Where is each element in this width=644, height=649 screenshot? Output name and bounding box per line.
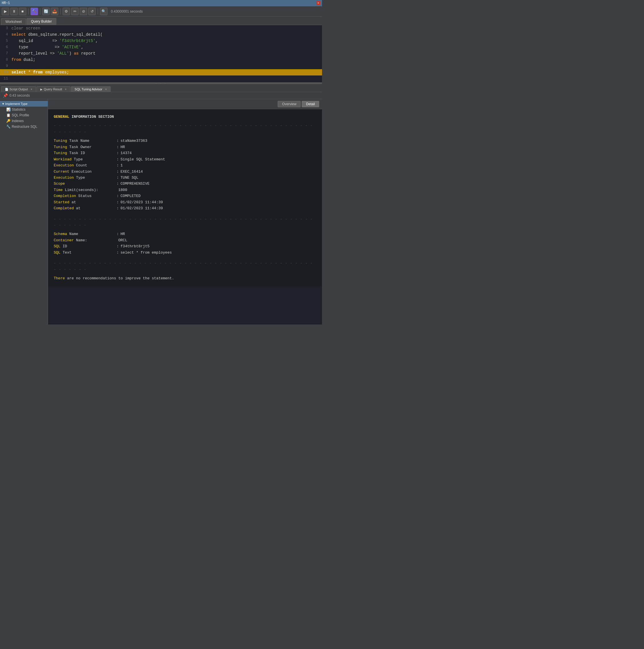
bottom-panel: 📄 Script Output × ▶ Query Result × SQL T… [0,84,322,324]
toolbar-separator-4 [98,8,98,14]
code-line-7: 7 report_level => 'ALL') as report [0,50,322,57]
elapsed-time: 0.43 seconds [9,93,30,97]
report-toolbar: Overview Detail [48,99,322,109]
tab-sql-tuning-advisor[interactable]: SQL Tuning Advisor × [71,86,110,92]
separator-1: - - - - - - - - - - - - - - - - - - - - … [54,123,316,135]
tab-bar: Worksheet Query Builder [0,16,322,25]
code-line-11: 11 [0,76,322,82]
separator-2: - - - - - - - - - - - - - - - - - - - - … [54,216,316,228]
code-line-8: 8 from dual; [0,57,322,63]
report-section-title: GENERAL INFORMATION SECTION [54,114,316,120]
tree-item-statistics[interactable]: 📊 Statistics [4,106,48,112]
stop-button[interactable]: ■ [19,8,26,15]
report-row-tuning-task-name: Tuning Task Name : staName37363 [54,138,316,144]
detail-button[interactable]: Detail [302,101,319,107]
content-area: ▾ Implement Type 📊 Statistics 📋 SQL Prof… [0,99,322,324]
report-row-completed-at: Completed at : 01/02/2023 11:44:39 [54,205,316,211]
toolbar: ▶ ⏸ ■ 🔨 🔄 📥 ⚙ ✏ ⊘ ↺ 🔍 0.43000001 seconds [0,6,322,16]
refresh-button[interactable]: 🔄 [42,8,50,15]
import-button[interactable]: 📥 [51,8,58,15]
code-line-4: 4 select dbms_sqltune.report_sql_detail( [0,32,322,38]
close-sql-tuning-advisor[interactable]: × [105,88,107,91]
reset-button[interactable]: ↺ [88,8,96,15]
time-row: 📌 0.43 seconds [0,92,322,99]
report-area[interactable]: Overview Detail GENERAL INFORMATION SECT… [48,99,322,324]
tab-script-output[interactable]: 📄 Script Output × [1,86,36,92]
report-row-schema-name: Schema Name : HR [54,231,316,237]
search-button[interactable]: 🔍 [100,8,107,15]
report-row-tuning-task-owner: Tuning Task Owner : HR [54,144,316,150]
report-row-container-name: Container Name: ORCL [54,237,316,243]
tab-query-result[interactable]: ▶ Query Result × [37,86,70,92]
overview-button[interactable]: Overview [278,101,301,107]
report-row-current-execution: Current Execution : EXEC_16414 [54,169,316,175]
settings-button[interactable]: ⚙ [62,8,70,15]
tree-item-sql-profile[interactable]: 📋 SQL Profile [4,112,48,118]
tree-item-implement-type[interactable]: ▾ Implement Type [0,101,48,106]
toolbar-separator-1 [28,8,29,14]
code-line-6: 6 type => 'ACTIVE', [0,44,322,50]
close-query-result[interactable]: × [65,88,66,91]
close-script-output[interactable]: × [31,88,32,91]
edit-button[interactable]: ✏ [71,8,79,15]
report-row-sql-id: SQL ID : f34thrbt8rjt5 [54,243,316,249]
execution-time: 0.43000001 seconds [111,9,143,13]
run-button[interactable]: ▶ [2,8,9,15]
separator-3: - - - - - - - - - - - - - - - - - - - - … [54,260,316,272]
report-content: GENERAL INFORMATION SECTION - - - - - - … [48,109,322,286]
report-row-completion-status: Completion Status : COMPLETED [54,193,316,199]
report-row-workload-type: Workload Type : Single SQL Statement [54,157,316,162]
pause-button[interactable]: ⏸ [10,8,18,15]
report-recommendation: There are no recommendations to improve … [54,275,316,281]
report-row-tuning-task-id: Tuning Task ID : 14374 [54,150,316,156]
code-editor[interactable]: 3 clear screen 4 select dbms_sqltune.rep… [0,25,322,82]
tab-worksheet[interactable]: Worksheet [1,18,26,25]
code-line-9: 9 [0,63,322,69]
code-line-5: 5 sql_id => 'f34thrbt8rjt5', [0,38,322,44]
code-line-3: 3 clear screen [0,25,322,32]
title-bar: HR~1 × [0,0,322,6]
title-bar-text: HR~1 [2,1,316,5]
report-row-sql-text: SQL Text : select * from employees [54,250,316,256]
tree-item-restructure-sql[interactable]: 🔧 Restructure SQL [4,124,48,130]
sidebar-tree: ▾ Implement Type 📊 Statistics 📋 SQL Prof… [0,99,48,324]
toolbar-separator-2 [40,8,40,14]
report-row-scope: Scope : COMPREHENSIVE [54,181,316,187]
cancel-button[interactable]: ⊘ [80,8,87,15]
compile-button[interactable]: 🔨 [31,8,38,15]
tree-item-indexes[interactable]: 🔑 Indexes [4,118,48,124]
report-row-started-at: Started at : 01/02/2023 11:44:39 [54,199,316,205]
report-row-execution-count: Execution Count : 1 [54,162,316,168]
close-button[interactable]: × [316,1,320,5]
code-line-10: 10 select * from employees; [0,69,322,76]
output-tab-bar: 📄 Script Output × ▶ Query Result × SQL T… [0,84,322,92]
tab-query-builder[interactable]: Query Builder [27,18,56,25]
pin-icon[interactable]: 📌 [3,93,8,98]
report-row-execution-type: Execution Type : TUNE SQL [54,175,316,181]
report-row-time-limit: Time Limit(seconds): 1800 [54,187,316,193]
